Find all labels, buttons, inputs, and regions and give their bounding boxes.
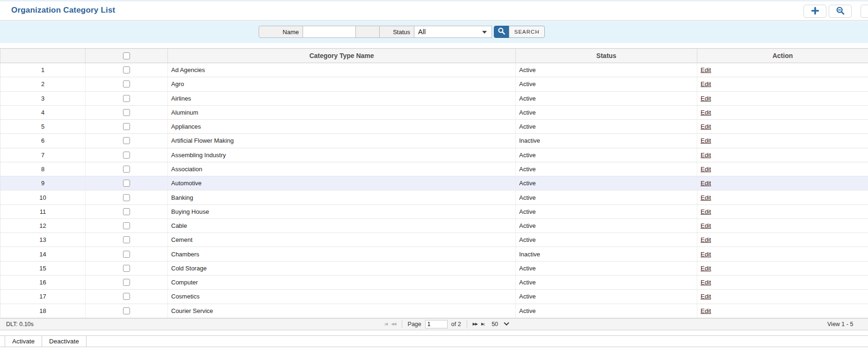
- row-checkbox[interactable]: [123, 194, 130, 201]
- edit-link[interactable]: Edit: [701, 109, 711, 116]
- status-value: Active: [519, 194, 535, 201]
- col-header-status: Status: [516, 49, 697, 63]
- toggle-search-button[interactable]: [829, 5, 852, 18]
- edit-link[interactable]: Edit: [701, 80, 711, 87]
- table-row[interactable]: 9 Automotive Active Edit: [0, 176, 868, 190]
- edit-link[interactable]: Edit: [701, 279, 711, 286]
- edit-link[interactable]: Edit: [701, 66, 711, 73]
- edit-link[interactable]: Edit: [701, 208, 711, 215]
- table-body: 1 Ad Agencies Active Edit 2 Agro Active …: [0, 63, 868, 318]
- row-number: 2: [41, 80, 44, 87]
- table-row[interactable]: 17 Cosmetics Active Edit: [0, 290, 868, 304]
- pager-divider: [467, 320, 467, 328]
- table-row[interactable]: 5 Appliances Active Edit: [0, 120, 868, 134]
- edit-link[interactable]: Edit: [701, 166, 711, 173]
- name-input[interactable]: [303, 26, 356, 38]
- table-row[interactable]: 7 Assembling Industry Active Edit: [0, 148, 868, 162]
- page-number-input[interactable]: [425, 320, 448, 328]
- row-checkbox[interactable]: [123, 109, 130, 116]
- rows-per-page-select[interactable]: 50: [492, 321, 508, 327]
- table-row[interactable]: 4 Aluminum Active Edit: [0, 106, 868, 120]
- table-row[interactable]: 15 Cold Storage Active Edit: [0, 262, 868, 276]
- edit-link[interactable]: Edit: [701, 95, 711, 102]
- edit-link[interactable]: Edit: [701, 265, 711, 272]
- edit-link[interactable]: Edit: [701, 222, 711, 229]
- table-row[interactable]: 1 Ad Agencies Active Edit: [0, 63, 868, 77]
- edit-link[interactable]: Edit: [701, 123, 711, 130]
- table-row[interactable]: 10 Banking Active Edit: [0, 190, 868, 204]
- search-button[interactable]: SEARCH: [509, 26, 545, 38]
- row-checkbox[interactable]: [123, 137, 130, 144]
- status-value: Active: [519, 152, 535, 159]
- row-checkbox[interactable]: [123, 307, 130, 314]
- edit-link[interactable]: Edit: [701, 236, 711, 243]
- col-header-action: Action: [697, 49, 868, 63]
- table-row[interactable]: 8 Association Active Edit: [0, 162, 868, 176]
- status-value: Active: [519, 307, 535, 314]
- status-value: Active: [519, 265, 535, 272]
- edit-link[interactable]: Edit: [701, 307, 711, 314]
- edit-link[interactable]: Edit: [701, 180, 711, 187]
- table-row[interactable]: 2 Agro Active Edit: [0, 77, 868, 91]
- row-checkbox[interactable]: [123, 66, 130, 73]
- row-checkbox[interactable]: [123, 251, 130, 258]
- edit-link[interactable]: Edit: [701, 293, 711, 300]
- category-name: Buying House: [171, 208, 209, 215]
- edit-link[interactable]: Edit: [701, 152, 711, 159]
- row-checkbox[interactable]: [123, 265, 130, 272]
- table-row[interactable]: 18 Courier Service Active Edit: [0, 304, 868, 318]
- row-checkbox[interactable]: [123, 236, 130, 243]
- add-button[interactable]: [803, 5, 826, 18]
- table-row[interactable]: 11 Buying House Active Edit: [0, 205, 868, 219]
- status-value: Active: [519, 166, 535, 173]
- pager-controls: |◀ ◀◀ Page of 2 ▶▶ ▶| 50: [384, 319, 508, 330]
- select-all-checkbox[interactable]: [123, 52, 130, 59]
- view-range-info: View 1 - 5: [827, 321, 853, 327]
- organization-category-list-page: Organization Category List Name Status A…: [0, 0, 868, 349]
- row-number: 15: [39, 265, 46, 272]
- last-page-icon[interactable]: ▶|: [481, 322, 484, 326]
- activate-button[interactable]: Activate: [5, 336, 42, 347]
- search-icon-button[interactable]: [494, 26, 509, 38]
- row-checkbox[interactable]: [123, 222, 130, 229]
- category-name: Chambers: [171, 251, 199, 258]
- previous-page-icon[interactable]: ◀◀: [391, 322, 396, 326]
- row-number: 1: [41, 66, 44, 73]
- edit-link[interactable]: Edit: [701, 137, 711, 144]
- row-number: 3: [41, 95, 44, 102]
- rows-per-page-value: 50: [492, 321, 498, 327]
- category-name: Artificial Flower Making: [171, 137, 234, 144]
- edit-link[interactable]: Edit: [701, 251, 711, 258]
- partial-edge-button[interactable]: [861, 5, 868, 18]
- row-checkbox[interactable]: [123, 80, 130, 87]
- edit-link[interactable]: Edit: [701, 194, 711, 201]
- title-bar: Organization Category List: [0, 1, 868, 21]
- row-checkbox[interactable]: [123, 166, 130, 173]
- row-checkbox[interactable]: [123, 152, 130, 159]
- name-label: Name: [259, 26, 303, 38]
- row-number: 12: [39, 222, 46, 229]
- row-number: 7: [41, 152, 44, 159]
- table-row[interactable]: 16 Computer Active Edit: [0, 276, 868, 290]
- row-checkbox[interactable]: [123, 293, 130, 300]
- table-row[interactable]: 13 Cement Active Edit: [0, 233, 868, 247]
- table-row[interactable]: 12 Cable Active Edit: [0, 219, 868, 233]
- status-value: Active: [519, 123, 535, 130]
- row-checkbox[interactable]: [123, 95, 130, 102]
- table-row[interactable]: 14 Chambers Inactive Edit: [0, 247, 868, 261]
- next-page-icon[interactable]: ▶▶: [473, 322, 477, 326]
- row-checkbox[interactable]: [123, 123, 130, 130]
- row-number: 5: [41, 123, 44, 130]
- row-checkbox[interactable]: [123, 180, 130, 187]
- deactivate-button[interactable]: Deactivate: [42, 336, 87, 347]
- table-header-row: Category Type Name Status Action: [0, 48, 868, 63]
- row-checkbox[interactable]: [123, 208, 130, 215]
- status-value: Active: [519, 66, 535, 73]
- status-select[interactable]: All: [414, 26, 492, 38]
- table-row[interactable]: 3 Airlines Active Edit: [0, 92, 868, 106]
- row-checkbox[interactable]: [123, 279, 130, 286]
- table-row[interactable]: 6 Artificial Flower Making Inactive Edit: [0, 134, 868, 148]
- first-page-icon[interactable]: |◀: [384, 322, 387, 326]
- search-icon: [498, 27, 506, 36]
- row-number: 10: [39, 194, 46, 201]
